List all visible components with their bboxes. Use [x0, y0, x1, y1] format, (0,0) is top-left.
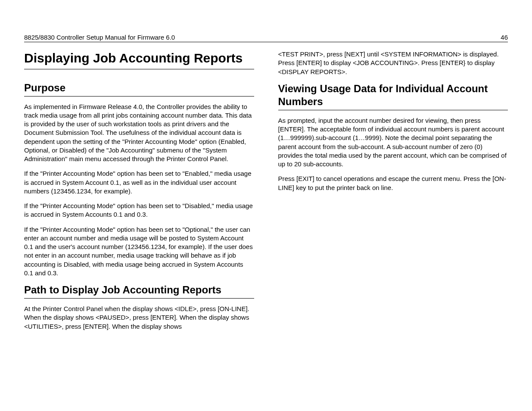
purpose-heading: Purpose [24, 81, 254, 97]
right-column: <TEST PRINT>, press [NEXT] until <SYSTEM… [278, 50, 508, 337]
viewing-heading: Viewing Usage Data for Individual Accoun… [278, 82, 508, 110]
document-page: 8825/8830 Controller Setup Manual for Fi… [0, 0, 532, 411]
body-paragraph: If the "Printer Accounting Mode" option … [24, 202, 254, 219]
body-paragraph: If the "Printer Accounting Mode" option … [24, 169, 254, 196]
body-paragraph: <TEST PRINT>, press [NEXT] until <SYSTEM… [278, 50, 508, 76]
path-heading: Path to Display Job Accounting Reports [24, 283, 254, 299]
section-title: Displaying Job Accounting Reports [24, 50, 254, 69]
body-paragraph: If the "Printer Accounting Mode" option … [24, 225, 254, 278]
body-paragraph: As prompted, input the account number de… [278, 116, 508, 169]
body-paragraph: Press [EXIT] to cancel operations and es… [278, 174, 508, 192]
left-column: Displaying Job Accounting Reports Purpos… [24, 50, 254, 337]
two-column-layout: Displaying Job Accounting Reports Purpos… [24, 50, 508, 337]
body-paragraph: At the Printer Control Panel when the di… [24, 305, 254, 331]
body-paragraph: As implemented in Firmware Release 4.0, … [24, 103, 254, 164]
header-title: 8825/8830 Controller Setup Manual for Fi… [24, 34, 175, 41]
page-number: 46 [501, 34, 508, 41]
page-header: 8825/8830 Controller Setup Manual for Fi… [24, 34, 508, 42]
